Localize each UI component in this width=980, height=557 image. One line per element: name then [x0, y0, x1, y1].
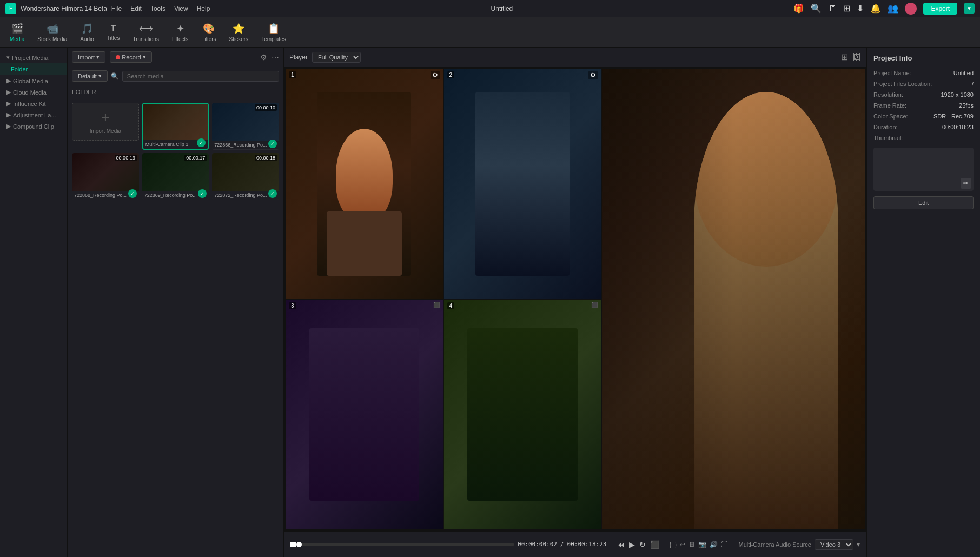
thumbnail-edit-icon[interactable]: ✏ [961, 178, 971, 189]
image-view-icon[interactable]: 🖼 [852, 52, 861, 62]
toolbar-effects-label: Effects [172, 36, 188, 42]
info-duration: Duration: 00:00:18:23 [873, 124, 974, 130]
menu-tools[interactable]: Tools [150, 5, 165, 12]
search-input[interactable] [122, 71, 279, 82]
timecode-current: 00:00:00:02 [518, 541, 557, 548]
import-media-thumb[interactable]: + Import Media [72, 103, 139, 150]
cloud-media-arrow: ▶ [6, 89, 11, 96]
return-icon[interactable]: ↩ [680, 541, 685, 548]
clip-2-duration: 00:00:10 [255, 104, 277, 111]
cam-3-icon[interactable]: ⬛ [433, 302, 440, 308]
toolbar-templates[interactable]: 📋 Templates [256, 21, 292, 44]
filter-icon[interactable]: ⚙ [260, 53, 267, 62]
media-clip-3[interactable]: 00:00:13 ✓ 722868_Recording Po... [72, 153, 139, 200]
info-color-space: Color Space: SDR - Rec.709 [873, 113, 974, 120]
grid-view-icon[interactable]: ⊞ [841, 52, 848, 62]
menu-view[interactable]: View [174, 5, 188, 12]
cam-2[interactable]: 2 ⚙ [444, 69, 601, 299]
progress-bar[interactable] [299, 543, 514, 546]
menu-help[interactable]: Help [197, 5, 210, 12]
menu-file[interactable]: File [111, 5, 122, 12]
clip-1-preview [143, 104, 208, 140]
media-clip-2[interactable]: 00:00:10 ✓ 722866_Recording Po... [212, 103, 279, 150]
monitor-out-icon[interactable]: 🖥 [688, 541, 695, 548]
play-button[interactable]: ▶ [628, 539, 636, 550]
project-name-key: Project Name: [873, 70, 911, 76]
volume-icon[interactable]: 🔊 [710, 541, 718, 548]
cam-2-settings-icon[interactable]: ⚙ [588, 71, 598, 79]
sidebar-global-media[interactable]: ▶ Global Media [0, 75, 67, 87]
audio-source-select[interactable]: Video 3 [815, 539, 853, 550]
play-loop-button[interactable]: ↻ [638, 539, 647, 550]
default-view-button[interactable]: Default ▾ [72, 70, 108, 82]
info-frame-rate: Frame Rate: 25fps [873, 102, 974, 109]
search-icon[interactable]: 🔍 [811, 3, 822, 14]
export-dropdown[interactable]: ▼ [964, 3, 975, 14]
import-button[interactable]: Import ▾ [72, 51, 105, 63]
monitor-icon[interactable]: 🖥 [828, 4, 837, 14]
export-button[interactable]: Export [923, 3, 957, 15]
bell-icon[interactable]: 🔔 [870, 3, 881, 14]
templates-icon: 📋 [268, 23, 280, 35]
in-mark-icon[interactable]: { [669, 541, 671, 548]
cam-4-label: 4 [447, 302, 455, 309]
sidebar-adjustment[interactable]: ▶ Adjustment La... [0, 109, 67, 121]
cam-3[interactable]: 3 ⬛ [286, 300, 443, 529]
progress-thumb[interactable] [296, 542, 302, 547]
toolbar-audio-label: Audio [80, 36, 94, 42]
cloud-media-label: Cloud Media [13, 89, 47, 96]
toolbar-filters[interactable]: 🎨 Filters [196, 21, 221, 44]
camera-grid: 1 ⚙ 2 ⚙ [286, 69, 601, 529]
sidebar-folder[interactable]: Folder [0, 63, 67, 75]
filters-icon: 🎨 [203, 23, 215, 35]
info-resolution: Resolution: 1920 x 1080 [873, 91, 974, 98]
import-media-label: Import Media [90, 128, 121, 134]
grid-icon[interactable]: ⊞ [843, 3, 850, 14]
cam-4[interactable]: 4 ⬛ [444, 300, 601, 529]
go-start-button[interactable]: ⏮ [616, 539, 626, 550]
fullscreen-icon[interactable]: ⛶ [721, 541, 727, 548]
cam-3-video [286, 300, 443, 529]
users-icon[interactable]: 👥 [888, 3, 898, 14]
sidebar-compound[interactable]: ▶ Compound Clip [0, 121, 67, 132]
avatar[interactable] [905, 3, 917, 15]
resolution-key: Resolution: [873, 91, 903, 98]
toolbar-transitions[interactable]: ⟷ Transitions [127, 21, 164, 44]
toolbar-stickers[interactable]: ⭐ Stickers [224, 21, 254, 44]
toolbar-titles[interactable]: T Titles [102, 22, 125, 43]
snapshot-icon[interactable]: 📷 [698, 541, 706, 548]
cam-1-settings-icon[interactable]: ⚙ [431, 71, 440, 79]
main-toolbar: 🎬 Media 📹 Stock Media 🎵 Audio T Titles ⟷… [0, 17, 980, 48]
stop-button[interactable]: ⬛ [649, 539, 660, 550]
large-overlay [602, 69, 865, 529]
edit-button[interactable]: Edit [873, 196, 974, 209]
media-clip-5[interactable]: 00:00:18 ✓ 722872_Recording Po... [212, 153, 279, 200]
project-name-value: Untitled [953, 70, 974, 76]
toolbar-media[interactable]: 🎬 Media [4, 21, 30, 44]
gift-icon[interactable]: 🎁 [793, 3, 804, 14]
sidebar-influence-kit[interactable]: ▶ Influence Kit [0, 98, 67, 109]
sidebar-cloud-media[interactable]: ▶ Cloud Media [0, 87, 67, 98]
out-mark-icon[interactable]: } [674, 541, 677, 548]
extra-controls: { } ↩ 🖥 📷 🔊 ⛶ [669, 541, 727, 548]
audio-dropdown-icon[interactable]: ▾ [857, 541, 860, 548]
project-files-key: Project Files Location: [873, 81, 932, 87]
cam-4-icon[interactable]: ⬛ [591, 302, 598, 308]
more-options-icon[interactable]: ⋯ [272, 53, 279, 62]
quality-select[interactable]: Full Quality 1/2 Quality 1/4 Quality [312, 52, 361, 63]
audio-source-area: Multi-Camera Audio Source Video 3 ▾ [738, 539, 860, 550]
toolbar-audio[interactable]: 🎵 Audio [75, 21, 100, 44]
cam-1[interactable]: 1 ⚙ [286, 69, 443, 299]
search-icon-media: 🔍 [111, 72, 119, 80]
resolution-value: 1920 x 1080 [941, 91, 974, 98]
download-icon[interactable]: ⬇ [857, 3, 864, 14]
sidebar-project-media[interactable]: ▾ Project Media [0, 52, 67, 63]
toolbar-stock[interactable]: 📹 Stock Media [32, 21, 72, 44]
media-clip-4[interactable]: 00:00:17 ✓ 722869_Recording Po... [142, 153, 209, 200]
player-label: Player [289, 54, 308, 61]
toolbar-effects[interactable]: ✦ Effects [167, 21, 194, 44]
record-button[interactable]: Record ▾ [110, 51, 151, 63]
media-clip-1[interactable]: ✓ Multi-Camera Clip 1 [142, 103, 209, 150]
menu-edit[interactable]: Edit [130, 5, 142, 12]
default-label: Default [78, 73, 97, 79]
